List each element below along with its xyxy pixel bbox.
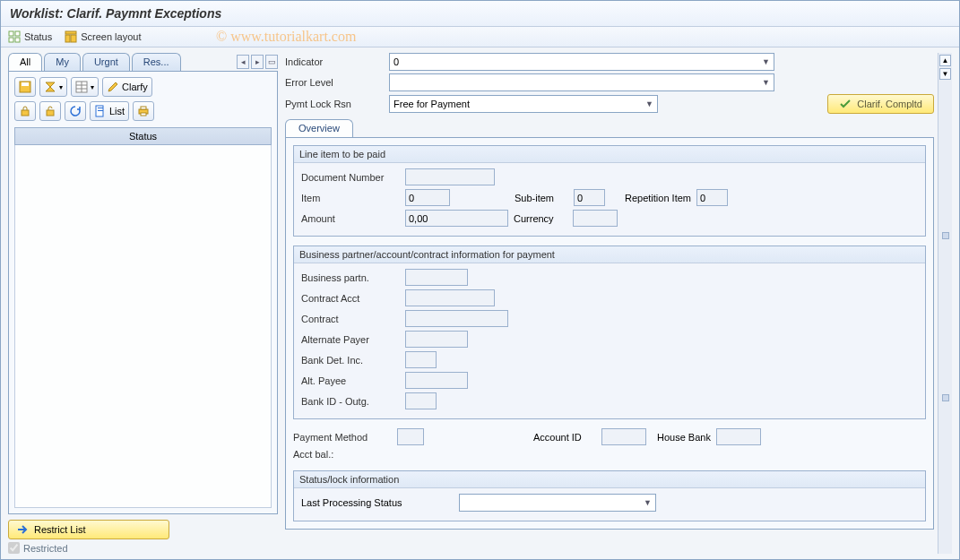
unlock-button[interactable]	[39, 101, 61, 121]
svg-rect-5	[65, 35, 70, 42]
tab-urgnt[interactable]: Urgnt	[82, 53, 130, 71]
group-bp-account: Business partner/account/contract inform…	[293, 246, 926, 419]
item-input[interactable]	[405, 189, 450, 206]
restrict-list-label: Restrict List	[34, 524, 85, 535]
menu-bar: Status Screen layout © www.tutorialkart.…	[1, 27, 959, 47]
right-pane: Indicator 0 ▼ Error Level ▼ Pymt Lock Rs…	[283, 47, 959, 559]
sigma-button[interactable]: ▾	[39, 77, 67, 97]
indicator-select[interactable]: 0 ▼	[389, 53, 774, 71]
restrict-list-button[interactable]: Restrict List	[8, 520, 169, 539]
chevron-down-icon: ▼	[762, 78, 770, 87]
account-id-input[interactable]	[601, 428, 646, 445]
svg-rect-6	[71, 35, 76, 42]
lock-icon	[19, 105, 31, 117]
worklist-listbox[interactable]	[14, 145, 272, 508]
doc-icon	[94, 105, 107, 117]
bid-label: Bank ID - Outg.	[301, 396, 400, 407]
refresh-button[interactable]	[65, 101, 86, 121]
ap-label: Alternate Payer	[301, 334, 400, 345]
svg-rect-13	[22, 110, 29, 116]
payment-method-input[interactable]	[397, 428, 424, 445]
payment-method-label: Payment Method	[293, 432, 392, 443]
save-icon	[19, 81, 31, 93]
save-icon-button[interactable]	[14, 77, 36, 97]
menu-status-label: Status	[24, 31, 52, 42]
group-bp-title: Business partner/account/contract inform…	[294, 246, 925, 263]
pymt-lock-select[interactable]: Free for Payment ▼	[389, 95, 658, 113]
repitem-label: Repetition Item	[625, 193, 691, 203]
watermark-text: © www.tutorialkart.com	[216, 29, 356, 45]
clarfy-label: Clarfy	[122, 82, 148, 92]
bp-input[interactable]	[405, 269, 468, 286]
svg-rect-19	[141, 107, 146, 109]
bd-input[interactable]	[405, 351, 437, 368]
currency-input[interactable]	[573, 210, 618, 227]
svg-rect-16	[98, 108, 103, 108]
subitem-label: Sub-item	[515, 193, 568, 203]
tab-prev-button[interactable]: ◂	[237, 55, 249, 69]
svg-rect-3	[15, 38, 20, 42]
restricted-checkbox-row[interactable]: Restricted	[8, 542, 278, 554]
check-icon	[839, 98, 852, 110]
print-button[interactable]	[133, 101, 154, 121]
tab-next-button[interactable]: ▸	[251, 55, 264, 69]
indicator-value: 0	[394, 56, 399, 67]
ap-input[interactable]	[405, 331, 468, 348]
co-label: Contract	[301, 314, 400, 324]
clarif-completed-button[interactable]: Clarif. Compltd	[827, 94, 934, 114]
scroll-down-button[interactable]: ▼	[939, 68, 951, 80]
grid-button[interactable]: ▾	[71, 77, 99, 97]
bid-input[interactable]	[405, 392, 437, 409]
group-status-lock: Status/lock information Last Processing …	[293, 470, 926, 521]
lock-button[interactable]	[14, 101, 36, 121]
tab-res[interactable]: Res...	[132, 53, 181, 71]
ca-label: Contract Acct	[301, 293, 400, 304]
subitem-input[interactable]	[574, 189, 605, 206]
doc-number-input[interactable]	[405, 168, 495, 185]
scroll-marker	[942, 394, 949, 401]
print-icon	[137, 105, 150, 117]
arrow-right-icon	[16, 523, 29, 536]
doc-number-label: Document Number	[301, 172, 400, 183]
alp-input[interactable]	[405, 372, 468, 389]
tab-overview[interactable]: Overview	[285, 119, 353, 137]
scroll-up-button[interactable]: ▲	[939, 55, 951, 66]
left-pane: All My Urgnt Res... ◂ ▸ ▭ ▾ ▾ Clarfy Lis…	[1, 47, 283, 559]
svg-rect-20	[141, 113, 146, 116]
amount-input[interactable]	[405, 210, 508, 227]
restricted-label: Restricted	[23, 543, 68, 554]
acct-bal-label: Acct bal.:	[293, 449, 392, 460]
repitem-input[interactable]	[696, 189, 728, 206]
sigma-icon	[44, 81, 56, 93]
svg-rect-2	[9, 38, 13, 42]
house-bank-label: House Bank	[657, 432, 711, 443]
lps-select[interactable]: ▼	[459, 494, 656, 512]
vertical-scrollbar[interactable]: ▲ ▼	[938, 53, 952, 554]
pymt-lock-label: Pymt Lock Rsn	[285, 99, 384, 109]
svg-rect-17	[98, 110, 103, 111]
item-label: Item	[301, 193, 400, 203]
pymt-lock-value: Free for Payment	[394, 99, 470, 109]
svg-rect-8	[22, 82, 29, 86]
layout-icon	[65, 30, 77, 43]
lps-label: Last Processing Status	[301, 497, 454, 508]
menu-screen-layout[interactable]: Screen layout	[65, 30, 141, 43]
restricted-checkbox[interactable]	[8, 542, 20, 554]
group-line-item-title: Line item to be paid	[294, 146, 925, 163]
table-icon	[75, 81, 88, 93]
menu-status[interactable]: Status	[8, 30, 52, 43]
tab-my[interactable]: My	[44, 53, 81, 71]
tab-list-button[interactable]: ▭	[265, 55, 278, 69]
pencil-icon	[107, 81, 119, 93]
svg-rect-1	[15, 31, 20, 36]
clarfy-button[interactable]: Clarfy	[102, 77, 152, 97]
co-input[interactable]	[405, 310, 508, 327]
list-button[interactable]: List	[90, 101, 129, 121]
house-bank-input[interactable]	[716, 428, 761, 445]
worklist-tabs: All My Urgnt Res... ◂ ▸ ▭	[8, 53, 278, 71]
indicator-label: Indicator	[285, 56, 384, 67]
ca-input[interactable]	[405, 289, 495, 306]
group-status-title: Status/lock information	[294, 471, 925, 488]
error-level-select[interactable]: ▼	[389, 73, 774, 91]
tab-all[interactable]: All	[8, 53, 42, 71]
